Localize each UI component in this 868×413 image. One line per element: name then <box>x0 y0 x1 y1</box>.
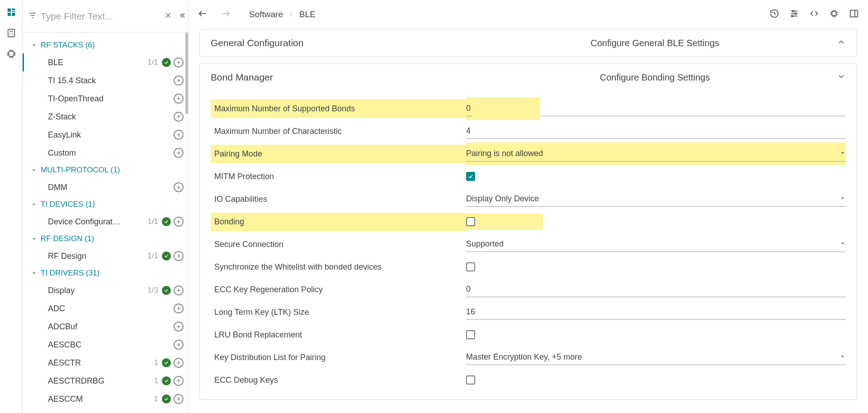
checkbox-wrap <box>462 372 846 388</box>
checkbox-wrap <box>462 259 846 275</box>
number-input[interactable]: 0 <box>466 97 540 120</box>
tree-item[interactable]: AESCTR1 <box>23 354 188 372</box>
code-icon[interactable] <box>809 9 819 20</box>
group-label: RF STACKS (6) <box>41 41 182 50</box>
chevron-down-icon <box>31 167 39 173</box>
tree-item[interactable]: AESCBC <box>23 336 188 354</box>
tree-group-header[interactable]: RF STACKS (6) <box>23 37 188 53</box>
clear-filter-button[interactable] <box>163 10 174 23</box>
tree-item[interactable]: Display1/3 <box>23 281 188 299</box>
tree-item[interactable]: BLE1/1 <box>23 53 188 71</box>
svg-marker-86 <box>841 197 844 199</box>
add-button[interactable] <box>174 182 184 192</box>
add-button[interactable] <box>174 285 184 295</box>
add-button[interactable] <box>174 112 184 122</box>
tree-item[interactable]: ADCBuf <box>23 318 188 336</box>
tree-item-usage: 1 <box>146 376 158 385</box>
tree-group-header[interactable]: RF DESIGN (1) <box>23 231 188 247</box>
form-label: Pairing Mode <box>211 145 466 163</box>
group-label: TI DEVICES (1) <box>41 200 182 209</box>
add-button[interactable] <box>174 394 184 404</box>
checkbox[interactable] <box>466 172 475 181</box>
panel-general-header[interactable]: General Configuration Configure General … <box>200 29 857 57</box>
rail-calculator-icon[interactable] <box>6 28 16 38</box>
sliders-icon[interactable] <box>789 9 799 20</box>
breadcrumb-software[interactable]: Software <box>249 9 283 19</box>
tree-item-label: Custom <box>48 148 157 158</box>
svg-marker-51 <box>33 272 36 274</box>
check-badge-icon <box>162 217 171 226</box>
scrollbar[interactable] <box>184 33 188 227</box>
form-label: MITM Protection <box>211 167 466 186</box>
add-button[interactable] <box>174 340 184 350</box>
panel-bond-desc: Configure Bonding Settings <box>473 72 837 83</box>
number-input[interactable]: 4 <box>466 120 846 142</box>
form-label: ECC Key Regeneration Policy <box>211 280 466 299</box>
checkbox[interactable] <box>466 217 475 226</box>
select-input[interactable]: Master Encryption Key, +5 more <box>466 346 846 369</box>
select-input[interactable]: Display Only Device <box>466 188 846 210</box>
select-input[interactable]: Supported <box>466 233 846 256</box>
rail-config-icon[interactable] <box>6 7 16 17</box>
rail-chip-icon[interactable] <box>6 49 16 59</box>
tree-item[interactable]: EasyLink <box>23 126 188 144</box>
svg-rect-0 <box>7 9 10 12</box>
add-button[interactable] <box>174 130 184 140</box>
number-input[interactable]: 0 <box>466 278 846 301</box>
tree-item[interactable]: RF Design1/1 <box>23 247 188 265</box>
tree-group-header[interactable]: MULTI-PROTOCOL (1) <box>23 162 188 178</box>
tree-item[interactable]: TI 15.4 Stack <box>23 71 188 90</box>
svg-rect-74 <box>832 11 836 15</box>
chevron-down-icon <box>840 352 846 362</box>
add-button[interactable] <box>174 217 184 227</box>
tree-item[interactable]: Z-Stack <box>23 108 188 126</box>
filter-input[interactable] <box>41 9 159 24</box>
form-label: Synchronize the Whitelist with bonded de… <box>211 258 466 276</box>
form-label: Secure Connection <box>211 235 466 254</box>
add-button[interactable] <box>174 57 184 67</box>
add-button[interactable] <box>174 76 184 85</box>
checkbox[interactable] <box>466 330 475 339</box>
chevron-up-icon <box>837 38 846 48</box>
group-label: TI DRIVERS (31) <box>41 269 182 278</box>
tree-group-header[interactable]: TI DRIVERS (31) <box>23 265 188 281</box>
tree-group-header[interactable]: TI DEVICES (1) <box>23 196 188 213</box>
select-input[interactable]: Pairing is not allowed <box>466 142 846 165</box>
chip-settings-icon[interactable] <box>829 9 839 20</box>
add-button[interactable] <box>174 251 184 261</box>
add-button[interactable] <box>174 304 184 313</box>
tree-item[interactable]: AESCTRDRBG1 <box>23 372 188 390</box>
sidebar-header <box>23 0 188 33</box>
form-row: Pairing ModePairing is not allowed <box>211 142 846 165</box>
history-icon[interactable] <box>769 9 779 20</box>
chevron-down-icon <box>840 239 846 249</box>
checkbox[interactable] <box>466 262 475 271</box>
tree-item-label: Display <box>48 286 146 295</box>
form-row: ECC Debug Keys <box>211 369 846 391</box>
tree-item-label: Z-Stack <box>48 112 157 122</box>
panel-icon[interactable] <box>849 9 859 20</box>
tree-item[interactable]: ADC <box>23 299 188 318</box>
tree-item[interactable]: DMM <box>23 178 188 196</box>
panel-bond-header[interactable]: Bond Manager Configure Bonding Settings <box>200 64 857 91</box>
breadcrumb-ble[interactable]: BLE <box>299 9 316 19</box>
collapse-sidebar-button[interactable] <box>177 10 188 23</box>
svg-rect-83 <box>850 10 858 17</box>
tree-item[interactable]: Custom <box>23 144 188 162</box>
tree-item-label: AESCTR <box>48 358 146 368</box>
tree-item[interactable]: TI-OpenThread <box>23 90 188 108</box>
add-button[interactable] <box>174 148 184 158</box>
form-row: Long Term Key (LTK) Size16 <box>211 301 846 323</box>
tree-item-label: RF Design <box>48 252 146 261</box>
add-button[interactable] <box>174 94 184 104</box>
main: Software BLE General Configuration Confi… <box>189 0 868 413</box>
add-button[interactable] <box>174 322 184 332</box>
add-button[interactable] <box>174 376 184 386</box>
nav-back-button[interactable] <box>198 9 208 20</box>
checkbox[interactable] <box>466 375 475 385</box>
tree-item[interactable]: AESCCM1 <box>23 390 188 408</box>
tree-item[interactable]: Device Configurat…1/1 <box>23 213 188 231</box>
number-input[interactable]: 16 <box>466 301 846 323</box>
add-button[interactable] <box>174 358 184 368</box>
nav-forward-button[interactable] <box>221 9 231 20</box>
